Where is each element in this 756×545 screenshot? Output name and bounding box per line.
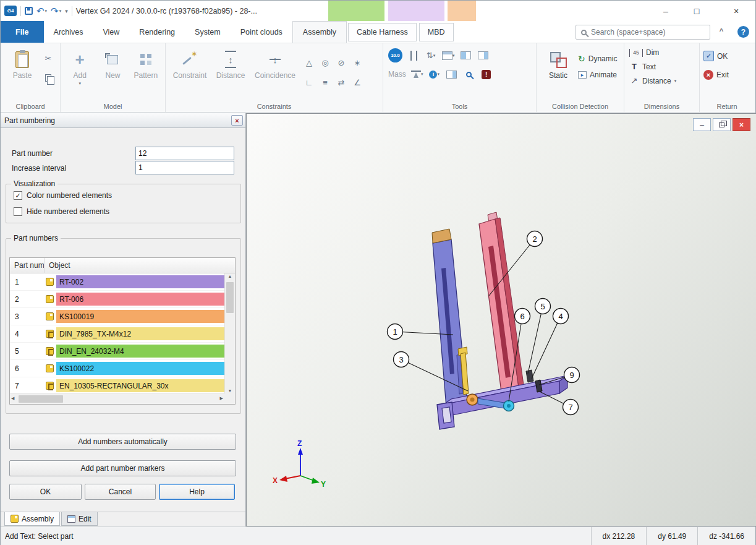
pane-list-button[interactable] (477, 49, 490, 62)
app-logo-icon[interactable]: G4 (4, 6, 17, 16)
part-number-input[interactable] (135, 147, 234, 160)
panel-close-button[interactable]: × (231, 115, 243, 126)
hide-numbered-checkbox[interactable] (14, 207, 22, 216)
cut-button[interactable]: ✂ (42, 51, 54, 65)
opposite-constraint-button[interactable]: ⇄ (335, 75, 347, 89)
add-numbers-automatically-button[interactable]: Add numbers automatically (9, 434, 236, 450)
exit-button[interactable]: × Exit (703, 70, 754, 80)
table-row[interactable]: 4DIN_7985_TX-M4x12 (10, 325, 224, 343)
zoom-check-button[interactable] (463, 67, 475, 81)
parallel-constraint-button[interactable]: ≡ (319, 75, 331, 89)
table-row[interactable]: 3KS100019 (10, 308, 224, 325)
dynamic-collision-button[interactable]: ↻ Dynamic (578, 54, 617, 64)
balloon-5[interactable]: 5 (535, 299, 551, 314)
vertical-scrollbar[interactable]: ▲ ▼ (224, 273, 235, 393)
balloon-3[interactable]: 3 (394, 352, 409, 367)
measure-button[interactable] (407, 49, 420, 62)
table-row[interactable]: 5DIN_EN_24032-M4 (10, 343, 224, 360)
viewport-minimize-button[interactable]: – (693, 118, 711, 131)
table-row[interactable]: 2RT-006 (10, 291, 224, 308)
table-row[interactable]: 7EN_10305-RECTANGULAR_30x (10, 377, 224, 393)
split-panes-button[interactable] (460, 49, 472, 62)
panel-titlebar[interactable]: Part numbering × (1, 113, 245, 128)
animate-button[interactable]: ▸ Animate (578, 71, 617, 79)
viewport-close-button[interactable]: × (733, 118, 750, 131)
help-button[interactable]: ? (737, 26, 749, 38)
mass-label[interactable]: Mass (388, 70, 406, 79)
properties-pane-button[interactable] (446, 67, 458, 81)
constraint-button[interactable]: Constraint (169, 46, 210, 92)
maximize-button[interactable]: □ (687, 4, 707, 18)
column-header-part-number[interactable]: Part num... (10, 258, 45, 273)
table-row[interactable]: 6KS100022 (10, 360, 224, 377)
balloon-4[interactable]: 4 (553, 309, 569, 324)
balloon-6[interactable]: 6 (515, 309, 530, 324)
tolerance-badge-icon[interactable]: 10.0 (388, 48, 402, 62)
viewport-3d[interactable]: 12345679 Z X Y – × (246, 113, 756, 526)
viewport-restore-button[interactable] (713, 118, 731, 131)
scroll-down-icon[interactable]: ▼ (225, 388, 235, 393)
minimize-button[interactable]: – (656, 4, 676, 18)
tangent-constraint-button[interactable]: ⊘ (335, 56, 347, 69)
add-button[interactable]: + Add ▾ (64, 46, 95, 86)
tab-rendering[interactable]: Rendering (129, 21, 185, 43)
tab-cable-harness[interactable]: Cable Harness (348, 23, 417, 41)
static-collision-button[interactable]: Static (540, 46, 576, 80)
sequence-button[interactable]: ⇅▾ (425, 49, 437, 62)
panel-ok-button[interactable]: OK (9, 484, 82, 500)
horizontal-scroll-thumb[interactable] (19, 395, 63, 403)
model-part-rt006-pink-arm[interactable] (479, 212, 525, 401)
angle-constraint-button[interactable]: △ (303, 56, 315, 69)
bottom-tab-assembly[interactable]: Assembly (4, 512, 60, 526)
color-numbered-checkbox[interactable] (14, 191, 22, 200)
angle-dim-constraint-button[interactable]: ∠ (351, 75, 363, 89)
undo-button[interactable]: ↶▾ (36, 6, 47, 15)
tab-system[interactable]: System (185, 21, 231, 43)
panel-help-button[interactable]: Help (159, 484, 235, 500)
info-button[interactable]: i▾ (428, 67, 441, 81)
table-button[interactable]: ▾ (442, 49, 455, 62)
customize-quick-access-button[interactable]: ▾ (65, 9, 68, 14)
tab-point-clouds[interactable]: Point clouds (231, 21, 292, 43)
save-button[interactable] (25, 7, 33, 15)
model-part-orange-washer[interactable] (467, 394, 478, 405)
close-button[interactable]: × (726, 4, 746, 18)
concentric-constraint-button[interactable]: ◎ (319, 56, 331, 69)
pattern-button[interactable]: Pattern (130, 46, 161, 86)
vertical-scroll-thumb[interactable] (226, 282, 234, 313)
balloon-1[interactable]: 1 (388, 324, 403, 340)
redo-button[interactable]: ↷▾ (51, 6, 61, 15)
tab-mbd[interactable]: MBD (419, 23, 454, 41)
paste-button[interactable]: Paste (4, 46, 40, 85)
copy-button[interactable] (42, 71, 54, 85)
balloon-9[interactable]: 9 (564, 367, 580, 383)
collapse-ribbon-button[interactable]: ^ (715, 27, 728, 37)
interference-button[interactable]: ! (480, 67, 493, 81)
search-input[interactable] (591, 28, 705, 36)
table-row[interactable]: 1RT-002 (10, 273, 224, 291)
balloon-7[interactable]: 7 (563, 400, 579, 415)
dim-button[interactable]: Dim (629, 48, 699, 57)
scroll-up-icon[interactable]: ▲ (225, 274, 235, 278)
tab-view[interactable]: View (93, 21, 129, 43)
text-button[interactable]: T Text (629, 62, 699, 71)
coincidence-button[interactable]: ↕ Coincidence (251, 46, 299, 92)
distance-constraint-button[interactable]: ↕ Distance (212, 46, 249, 92)
tab-assembly[interactable]: Assembly (292, 21, 347, 43)
bottom-tab-edit[interactable]: Edit (61, 512, 98, 526)
ok-button[interactable]: ✓ OK (703, 51, 754, 61)
panel-cancel-button[interactable]: Cancel (85, 484, 156, 500)
add-part-number-markers-button[interactable]: Add part number markers (9, 460, 236, 476)
horizontal-scrollbar[interactable]: ◀ ▶ (10, 393, 224, 404)
column-header-object[interactable]: Object (45, 258, 235, 273)
perpendicular-constraint-button[interactable]: ∟ (303, 75, 315, 89)
distance-dimension-button[interactable]: ↗ Distance ▾ (629, 76, 699, 85)
increase-interval-input[interactable] (135, 161, 234, 174)
balloon-2[interactable]: 2 (527, 231, 543, 247)
mass-properties-button[interactable]: ▾ (411, 67, 423, 81)
symmetry-constraint-button[interactable]: ∗ (351, 56, 363, 69)
scroll-right-icon[interactable]: ▶ (220, 396, 223, 401)
new-button[interactable]: New (97, 46, 128, 86)
tab-archives[interactable]: Archives (44, 21, 93, 43)
scroll-left-icon[interactable]: ◀ (11, 396, 14, 401)
